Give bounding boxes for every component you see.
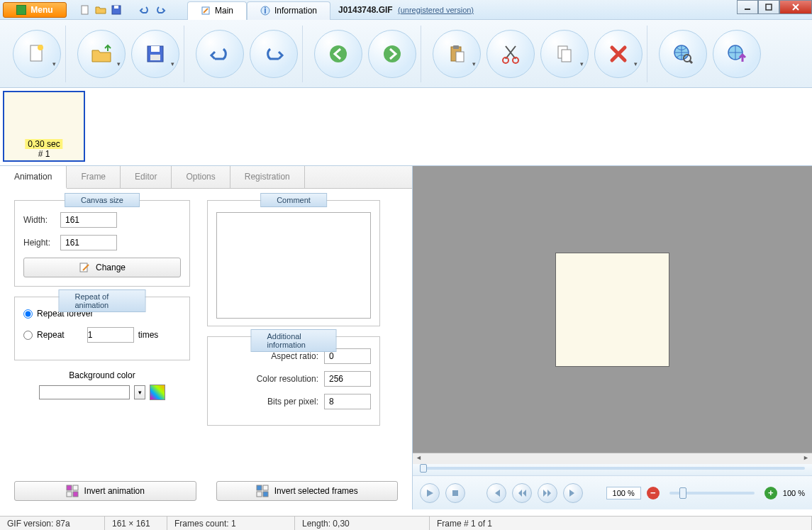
window-buttons [737, 0, 812, 14]
times-label: times [138, 330, 159, 340]
repeat-count-radio[interactable] [23, 331, 33, 340]
menu-button[interactable]: Menu [3, 2, 67, 18]
svg-rect-7 [766, 4, 772, 10]
tab-animation[interactable]: Animation [0, 166, 67, 189]
svg-point-15 [330, 45, 347, 62]
menu-label: Menu [30, 5, 52, 15]
bgcolor-dropdown[interactable]: ▾ [134, 385, 145, 399]
frame-duration: 0,30 sec [25, 139, 62, 149]
invert-sel-icon [256, 485, 269, 497]
preview-area [413, 166, 812, 453]
zoom-thumb[interactable] [679, 487, 686, 499]
frames-strip: 0,30 sec # 1 [0, 88, 812, 166]
invert-sel-label: Invert selected frames [274, 486, 358, 496]
repeat-label: Repeat [37, 330, 65, 340]
zoom-in-button[interactable]: + [764, 487, 777, 499]
svg-rect-14 [150, 55, 160, 60]
redo-button[interactable] [250, 30, 298, 78]
copy-button[interactable]: ▾ [540, 30, 589, 78]
tab-frame[interactable]: Frame [67, 166, 121, 188]
play-button[interactable] [420, 483, 440, 503]
comment-textarea[interactable] [216, 212, 371, 319]
bits-label: Bits per pixel: [267, 397, 318, 407]
color-value [324, 371, 371, 387]
height-input[interactable] [60, 235, 117, 250]
right-panel: 100 % − + 100 % [413, 166, 812, 509]
ribbon-tabs: Main i Information [187, 0, 330, 20]
width-input[interactable] [60, 212, 117, 228]
svg-rect-2 [114, 6, 118, 9]
first-frame-button[interactable] [486, 483, 506, 503]
left-panel: Animation Frame Editor Options Registrat… [0, 166, 413, 509]
new-file-button[interactable]: ▾ [13, 30, 61, 78]
redo-icon[interactable] [155, 4, 166, 16]
cut-button[interactable] [486, 30, 535, 78]
svg-rect-34 [263, 485, 268, 490]
bgcolor-palette-button[interactable] [150, 385, 165, 400]
svg-rect-36 [263, 492, 268, 497]
width-label: Width: [23, 215, 55, 225]
zoom-out-button[interactable]: − [647, 487, 660, 499]
close-button[interactable] [779, 0, 812, 14]
frame-thumbnail-1[interactable]: 0,30 sec # 1 [3, 91, 85, 162]
save-icon[interactable] [111, 4, 122, 16]
bgcolor-swatch[interactable] [39, 385, 130, 399]
horizontal-scrollbar[interactable] [413, 453, 812, 464]
stop-button[interactable] [445, 483, 465, 503]
change-button[interactable]: Change [23, 258, 181, 277]
repeat-count-input[interactable] [87, 327, 134, 343]
svg-rect-0 [82, 6, 88, 14]
svg-rect-30 [73, 485, 78, 490]
svg-rect-29 [67, 485, 72, 490]
delete-button[interactable]: ▾ [594, 30, 643, 78]
prev-frame-button[interactable] [512, 483, 532, 503]
aspect-label: Aspect ratio: [271, 351, 318, 361]
invert-animation-button[interactable]: Invert animation [14, 481, 196, 501]
invert-selected-button[interactable]: Invert selected frames [216, 481, 399, 501]
svg-point-16 [384, 45, 401, 62]
new-icon[interactable] [79, 4, 91, 16]
info-tab-icon: i [260, 6, 270, 16]
zoom-slider[interactable] [669, 492, 755, 495]
forward-button[interactable] [368, 30, 416, 78]
tab-main-label: Main [215, 6, 233, 16]
tab-options[interactable]: Options [172, 166, 230, 188]
svg-rect-19 [456, 52, 464, 62]
tab-main[interactable]: Main [187, 1, 247, 20]
svg-rect-23 [562, 50, 571, 62]
back-button[interactable] [314, 30, 362, 78]
svg-rect-35 [257, 492, 262, 497]
next-frame-button[interactable] [538, 483, 557, 503]
tab-editor[interactable]: Editor [121, 166, 172, 188]
timeline-slider[interactable] [413, 464, 812, 475]
animation-panel: Canvas size Width: Height: Change [0, 189, 412, 481]
maximize-button[interactable] [758, 0, 779, 14]
ribbon: ▾ ▾ ▾ ▾ ▾ ▾ [0, 20, 812, 88]
undo-icon[interactable] [139, 4, 150, 16]
status-bar: GIF version: 87a 161 × 161 Frames count:… [0, 516, 812, 530]
change-icon [79, 262, 90, 273]
save-file-button[interactable]: ▾ [131, 30, 179, 78]
preview-image [555, 253, 669, 367]
color-label: Color resolution: [257, 374, 318, 384]
open-file-button[interactable]: ▾ [77, 30, 126, 78]
timeline-thumb[interactable] [420, 464, 427, 473]
last-frame-button[interactable] [563, 483, 583, 503]
repeat-group: Repeat of animation Repeat forever Repea… [14, 297, 190, 360]
tab-registration[interactable]: Registration [230, 166, 305, 188]
tab-information[interactable]: i Information [247, 1, 330, 20]
paste-button[interactable]: ▾ [433, 30, 481, 78]
open-icon[interactable] [95, 4, 106, 16]
svg-point-11 [38, 45, 43, 50]
minimize-button[interactable] [737, 0, 758, 14]
svg-rect-32 [73, 492, 78, 497]
repeat-forever-radio[interactable] [23, 309, 33, 319]
property-tabs: Animation Frame Editor Options Registrat… [0, 166, 412, 189]
undo-button[interactable] [196, 30, 244, 78]
unregistered-label: (unregistered version) [398, 6, 474, 14]
svg-rect-33 [257, 485, 262, 490]
status-frame: Frame # 1 of 1 [430, 517, 812, 530]
web-upload-button[interactable] [713, 30, 761, 78]
web-search-button[interactable] [659, 30, 707, 78]
bgcolor-label: Background color [14, 370, 190, 380]
